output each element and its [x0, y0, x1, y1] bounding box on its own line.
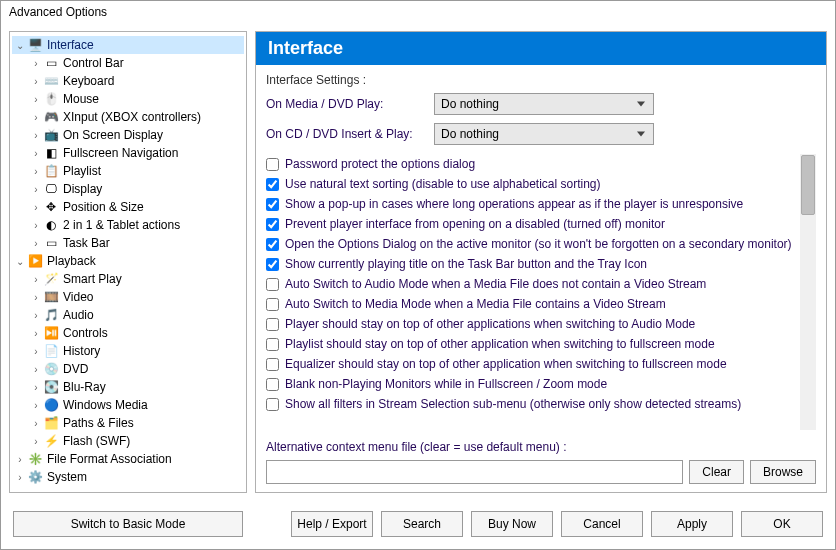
checkbox-label: Open the Options Dialog on the active mo… [285, 237, 792, 251]
chevron-right-icon[interactable]: › [30, 148, 42, 159]
checkbox[interactable] [266, 278, 279, 291]
check-row[interactable]: Open the Options Dialog on the active mo… [266, 234, 816, 254]
tree-item-position-size[interactable]: ›✥Position & Size [12, 198, 244, 216]
switch-mode-button[interactable]: Switch to Basic Mode [13, 511, 243, 537]
scrollbar[interactable] [800, 154, 816, 430]
check-row[interactable]: Show a pop-up in cases where long operat… [266, 194, 816, 214]
tree-item-icon: 📺 [42, 127, 60, 143]
check-row[interactable]: Auto Switch to Media Mode when a Media F… [266, 294, 816, 314]
form-row: On Media / DVD Play:Do nothing [266, 93, 816, 115]
tree-item-label: Mouse [63, 92, 99, 106]
chevron-right-icon[interactable]: › [30, 382, 42, 393]
checkbox[interactable] [266, 218, 279, 231]
check-row[interactable]: Show all filters in Stream Selection sub… [266, 394, 816, 414]
scrollbar-track[interactable] [800, 216, 816, 430]
checkbox[interactable] [266, 198, 279, 211]
tree-item-flash-swf-[interactable]: ›⚡Flash (SWF) [12, 432, 244, 450]
chevron-right-icon[interactable]: › [30, 436, 42, 447]
tree-item-dvd[interactable]: ›💿DVD [12, 360, 244, 378]
tree-item-label: 2 in 1 & Tablet actions [63, 218, 180, 232]
tree-item-task-bar[interactable]: ›▭Task Bar [12, 234, 244, 252]
check-row[interactable]: Password protect the options dialog [266, 154, 816, 174]
tree-item-system[interactable]: ›⚙️System [12, 468, 244, 486]
tree-item-mouse[interactable]: ›🖱️Mouse [12, 90, 244, 108]
checkbox[interactable] [266, 358, 279, 371]
tree-item-icon: 🎮 [42, 109, 60, 125]
tree-item-file-format-association[interactable]: ›✳️File Format Association [12, 450, 244, 468]
chevron-right-icon[interactable]: › [30, 328, 42, 339]
check-row[interactable]: Equalizer should stay on top of other ap… [266, 354, 816, 374]
tree-item-windows-media[interactable]: ›🔵Windows Media [12, 396, 244, 414]
tree-item-xinput-xbox-controllers-[interactable]: ›🎮XInput (XBOX controllers) [12, 108, 244, 126]
check-row[interactable]: Prevent player interface from opening on… [266, 214, 816, 234]
tree-item-controls[interactable]: ›⏯️Controls [12, 324, 244, 342]
ok-button[interactable]: OK [741, 511, 823, 537]
check-row[interactable]: Blank non-Playing Monitors while in Full… [266, 374, 816, 394]
checkbox[interactable] [266, 398, 279, 411]
check-row[interactable]: Playlist should stay on top of other app… [266, 334, 816, 354]
tree-item-control-bar[interactable]: ›▭Control Bar [12, 54, 244, 72]
alt-menu-input[interactable] [266, 460, 683, 484]
tree-item-video[interactable]: ›🎞️Video [12, 288, 244, 306]
chevron-right-icon[interactable]: › [30, 184, 42, 195]
check-row[interactable]: Auto Switch to Audio Mode when a Media F… [266, 274, 816, 294]
checkbox-label: Password protect the options dialog [285, 157, 475, 171]
chevron-right-icon[interactable]: › [30, 346, 42, 357]
tree-item-smart-play[interactable]: ›🪄Smart Play [12, 270, 244, 288]
chevron-right-icon[interactable]: › [30, 130, 42, 141]
check-row[interactable]: Show currently playing title on the Task… [266, 254, 816, 274]
checkbox[interactable] [266, 258, 279, 271]
chevron-right-icon[interactable]: › [30, 202, 42, 213]
buy-now-button[interactable]: Buy Now [471, 511, 553, 537]
checkbox[interactable] [266, 378, 279, 391]
tree-item-interface[interactable]: ⌄🖥️Interface [12, 36, 244, 54]
scrollbar-thumb[interactable] [801, 155, 815, 215]
tree-item-paths-files[interactable]: ›🗂️Paths & Files [12, 414, 244, 432]
tree-item-2-in-1-tablet-actions[interactable]: ›◐2 in 1 & Tablet actions [12, 216, 244, 234]
tree-item-audio[interactable]: ›🎵Audio [12, 306, 244, 324]
category-tree[interactable]: ⌄🖥️Interface›▭Control Bar›⌨️Keyboard›🖱️M… [9, 31, 247, 493]
tree-item-playback[interactable]: ⌄▶️Playback [12, 252, 244, 270]
checkbox[interactable] [266, 298, 279, 311]
chevron-down-icon[interactable]: ⌄ [14, 256, 26, 267]
tree-item-keyboard[interactable]: ›⌨️Keyboard [12, 72, 244, 90]
chevron-right-icon[interactable]: › [30, 238, 42, 249]
clear-button[interactable]: Clear [689, 460, 744, 484]
chevron-right-icon[interactable]: › [30, 310, 42, 321]
checkbox[interactable] [266, 158, 279, 171]
combo-on-media-dvd-play-[interactable]: Do nothing [434, 93, 654, 115]
checkbox[interactable] [266, 238, 279, 251]
chevron-right-icon[interactable]: › [30, 94, 42, 105]
cancel-button[interactable]: Cancel [561, 511, 643, 537]
checkbox[interactable] [266, 178, 279, 191]
chevron-right-icon[interactable]: › [30, 274, 42, 285]
chevron-right-icon[interactable]: › [30, 364, 42, 375]
chevron-right-icon[interactable]: › [30, 112, 42, 123]
chevron-right-icon[interactable]: › [14, 472, 26, 483]
chevron-right-icon[interactable]: › [14, 454, 26, 465]
tree-item-blu-ray[interactable]: ›💽Blu-Ray [12, 378, 244, 396]
chevron-right-icon[interactable]: › [30, 292, 42, 303]
chevron-right-icon[interactable]: › [30, 418, 42, 429]
apply-button[interactable]: Apply [651, 511, 733, 537]
help-export-button[interactable]: Help / Export [291, 511, 373, 537]
check-row[interactable]: Player should stay on top of other appli… [266, 314, 816, 334]
tree-item-on-screen-display[interactable]: ›📺On Screen Display [12, 126, 244, 144]
tree-item-playlist[interactable]: ›📋Playlist [12, 162, 244, 180]
checkbox[interactable] [266, 338, 279, 351]
combo-on-cd-dvd-insert-play-[interactable]: Do nothing [434, 123, 654, 145]
search-button[interactable]: Search [381, 511, 463, 537]
chevron-right-icon[interactable]: › [30, 400, 42, 411]
chevron-right-icon[interactable]: › [30, 58, 42, 69]
tree-item-history[interactable]: ›📄History [12, 342, 244, 360]
chevron-right-icon[interactable]: › [30, 76, 42, 87]
chevron-right-icon[interactable]: › [30, 166, 42, 177]
checkbox-label: Playlist should stay on top of other app… [285, 337, 715, 351]
chevron-down-icon[interactable]: ⌄ [14, 40, 26, 51]
checkbox[interactable] [266, 318, 279, 331]
chevron-right-icon[interactable]: › [30, 220, 42, 231]
browse-button[interactable]: Browse [750, 460, 816, 484]
check-row[interactable]: Use natural text sorting (disable to use… [266, 174, 816, 194]
tree-item-display[interactable]: ›🖵Display [12, 180, 244, 198]
tree-item-fullscreen-navigation[interactable]: ›◧Fullscreen Navigation [12, 144, 244, 162]
